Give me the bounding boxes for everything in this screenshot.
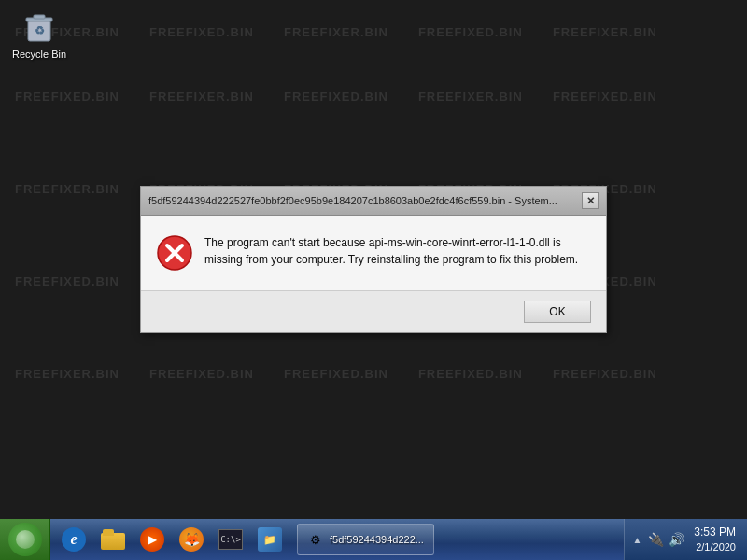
dialog-titlebar: f5df59244394d222527fe0bbf2f0ec95b9e18420… (141, 187, 606, 216)
firefox-icon: 🦊 (179, 527, 204, 552)
tray-icons: 🔌 🔊 (647, 531, 684, 548)
tray-expand-button[interactable]: ▲ (630, 533, 643, 547)
error-message: The program can't start because api-ms-w… (204, 234, 591, 268)
dialog-footer: OK (141, 290, 606, 332)
taskbar: e ▶ 🦊 C:\> 📁 ⚙ f5df59244394d222... ▲ 🔌 (0, 519, 747, 560)
taskbar-firefox-icon[interactable]: 🦊 (172, 521, 211, 558)
taskbar-explorer-icon[interactable]: 📁 (250, 521, 289, 558)
task-label: f5df59244394d222... (330, 534, 424, 545)
tray-network-icon[interactable]: 🔌 (647, 531, 664, 548)
taskbar-tasks: ⚙ f5df59244394d222... (293, 519, 624, 560)
desktop: FREEFIXER.BIN FREEFIXED.BIN FREEFIXER.BI… (0, 0, 747, 519)
error-icon (156, 234, 193, 275)
error-dialog: f5df59244394d222527fe0bbf2f0ec95b9e18420… (140, 186, 607, 333)
media-player-icon: ▶ (140, 527, 164, 552)
clock-date: 2/1/2020 (696, 540, 736, 553)
system-tray: ▲ 🔌 🔊 3:53 PM 2/1/2020 (624, 519, 747, 560)
clock-time: 3:53 PM (694, 525, 736, 540)
quick-launch: e ▶ 🦊 C:\> 📁 (50, 519, 293, 560)
dialog-close-button[interactable]: ✕ (582, 192, 599, 209)
start-orb (8, 523, 42, 556)
task-icon: ⚙ (307, 531, 324, 548)
file-explorer-icon: 📁 (258, 527, 282, 552)
taskbar-ie-icon[interactable]: e (54, 521, 93, 558)
start-button[interactable] (0, 519, 50, 560)
system-clock[interactable]: 3:53 PM 2/1/2020 (688, 519, 741, 560)
cmd-icon: C:\> (218, 529, 243, 550)
start-orb-inner (16, 530, 35, 549)
dialog-body: The program can't start because api-ms-w… (141, 216, 606, 290)
active-task[interactable]: ⚙ f5df59244394d222... (297, 524, 434, 555)
taskbar-media-icon[interactable]: ▶ (133, 521, 172, 558)
tray-volume-icon[interactable]: 🔊 (668, 531, 684, 548)
folder-icon (101, 527, 125, 552)
taskbar-folder-icon[interactable] (93, 521, 133, 558)
ie-browser-icon: e (62, 527, 86, 552)
taskbar-cmd-icon[interactable]: C:\> (211, 521, 250, 558)
dialog-title: f5df59244394d222527fe0bbf2f0ec95b9e18420… (148, 195, 574, 206)
ok-button[interactable]: OK (524, 301, 591, 323)
dialog-overlay: f5df59244394d222527fe0bbf2f0ec95b9e18420… (0, 0, 747, 519)
